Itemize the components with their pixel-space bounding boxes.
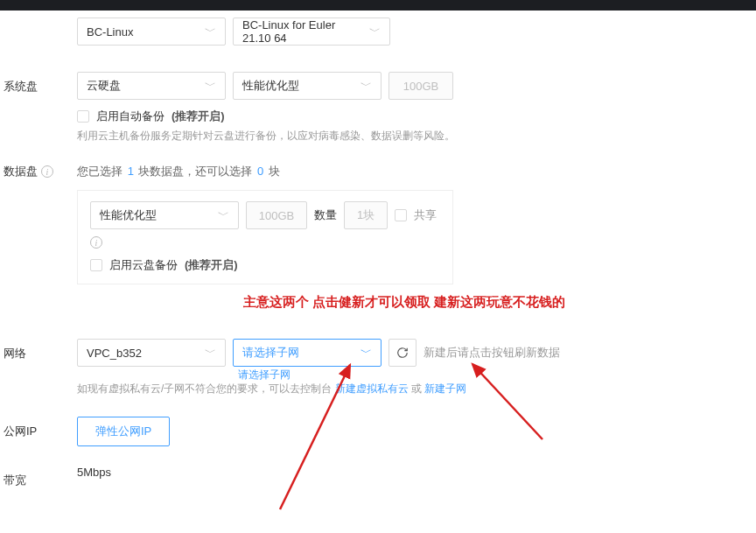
datadisk-share-label: 共享 (414, 207, 437, 223)
datadisk-perf-value: 性能优化型 (100, 207, 157, 223)
datadisk-row: 数据盘 您已选择 1 块数据盘，还可以选择 0 块 性能优化型 ﹀ 100GB … (0, 157, 756, 291)
os-version-value: BC-Linux for Euler 21.10 64 (242, 18, 362, 45)
os-version-select[interactable]: BC-Linux for Euler 21.10 64 ﹀ (233, 18, 390, 46)
bandwidth-value: 5Mbps (77, 466, 111, 479)
network-subnet-placeholder: 请选择子网 (242, 345, 299, 361)
datadisk-cloudbackup-checkbox[interactable] (90, 259, 102, 271)
network-vpc-select[interactable]: VPC_b352 ﹀ (77, 339, 226, 367)
network-subnet-select[interactable]: 请选择子网 ﹀ (233, 339, 382, 367)
sysdisk-type-select[interactable]: 云硬盘 ﹀ (77, 72, 226, 100)
eip-label: 公网IP (0, 417, 77, 439)
sysdisk-row: 系统盘 云硬盘 ﹀ 性能优化型 ﹀ 100GB 启用自动备份 (推荐开启) (0, 65, 756, 151)
datadisk-panel: 性能优化型 ﹀ 100GB 数量 1块 共享 启用云盘备 (77, 190, 453, 284)
chevron-down-icon: ﹀ (360, 345, 372, 361)
info-icon[interactable] (90, 236, 102, 249)
os-label-empty (0, 18, 77, 25)
create-vpc-link[interactable]: 新建虚拟私有云 (335, 382, 409, 395)
sysdisk-autobackup-label: 启用自动备份 (96, 109, 164, 124)
datadisk-summary: 您已选择 1 块数据盘，还可以选择 0 块 (77, 164, 280, 179)
datadisk-qty-input[interactable]: 1块 (344, 201, 388, 229)
sysdisk-perf-select[interactable]: 性能优化型 ﹀ (233, 72, 382, 100)
info-icon[interactable] (41, 165, 53, 178)
sysdisk-autobackup-rec: (推荐开启) (172, 109, 225, 124)
refresh-icon (396, 347, 409, 359)
datadisk-count-left: 0 (257, 165, 263, 178)
chevron-down-icon: ﹀ (369, 24, 381, 39)
network-create-note: 如现有虚拟私有云/子网不符合您的要求，可以去控制台 新建虚拟私有云 或 新建子网 (77, 381, 466, 397)
window-topbar (0, 0, 756, 11)
eip-row: 公网IP 弹性公网IP (0, 410, 756, 453)
sysdisk-autobackup-checkbox[interactable] (77, 110, 89, 123)
datadisk-size-value: 100GB (259, 209, 294, 222)
datadisk-share-checkbox[interactable] (395, 209, 407, 221)
chevron-down-icon: ﹀ (205, 345, 216, 361)
eip-button[interactable]: 弹性公网IP (77, 417, 170, 446)
sysdisk-type-value: 云硬盘 (87, 78, 121, 94)
create-subnet-link[interactable]: 新建子网 (424, 382, 466, 395)
os-family-value: BC-Linux (87, 25, 133, 39)
refresh-button[interactable] (388, 339, 416, 367)
sysdisk-size-value: 100GB (403, 80, 438, 93)
network-row: 网络 VPC_b352 ﹀ 请选择子网 ﹀ 请选择子网 新建后请点击按钮刷新数 (0, 332, 756, 404)
sysdisk-label: 系统盘 (0, 72, 77, 95)
datadisk-size-input[interactable]: 100GB (246, 201, 307, 229)
datadisk-count-selected: 1 (128, 165, 134, 178)
network-refresh-hint: 新建后请点击按钮刷新数据 (424, 345, 560, 361)
summary-bar: 用合计： ¥0.0000 价格，具体扣费请以账单为准。 了解计费详情 (0, 522, 756, 533)
os-family-select[interactable]: BC-Linux ﹀ (77, 18, 226, 46)
sysdisk-autobackup-hint: 利用云主机备份服务定期针对云盘进行备份，以应对病毒感染、数据误删等风险。 (77, 128, 455, 144)
datadisk-label: 数据盘 (4, 164, 38, 179)
os-row: BC-Linux ﹀ BC-Linux for Euler 21.10 64 ﹀ (0, 11, 756, 53)
datadisk-qty-label: 数量 (314, 207, 337, 223)
network-vpc-value: VPC_b352 (87, 347, 142, 360)
bandwidth-label: 带宽 (0, 466, 77, 488)
sysdisk-perf-value: 性能优化型 (242, 78, 299, 94)
network-label: 网络 (0, 339, 77, 361)
bandwidth-row: 带宽 5Mbps (0, 459, 756, 495)
annotation-text: 主意这两个 点击健新才可以领取 建新这两玩意不花钱的 (243, 294, 565, 311)
chevron-down-icon: ﹀ (360, 78, 372, 94)
datadisk-perf-select[interactable]: 性能优化型 ﹀ (90, 201, 239, 229)
datadisk-cloudbackup-label: 启用云盘备份 (109, 257, 178, 273)
eip-button-label: 弹性公网IP (95, 424, 151, 439)
datadisk-cloudbackup-rec: (推荐开启) (185, 257, 238, 273)
chevron-down-icon: ﹀ (205, 78, 216, 94)
datadisk-qty-value: 1块 (357, 207, 374, 223)
sysdisk-size-input[interactable]: 100GB (388, 72, 453, 100)
chevron-down-icon: ﹀ (218, 207, 229, 223)
chevron-down-icon: ﹀ (205, 24, 216, 39)
network-subnet-dropdown-hint: 请选择子网 (238, 368, 290, 382)
